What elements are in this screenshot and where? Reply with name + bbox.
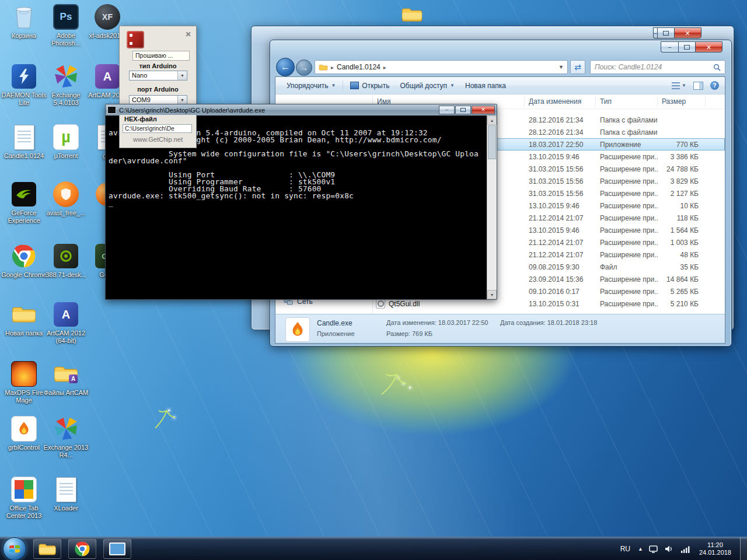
hidden-icons-chevron-icon[interactable]: ▲	[638, 546, 643, 552]
command-toolbar: Упорядочить▼ Открыть Общий доступ▼ Новая…	[275, 77, 725, 94]
file-date: 31.03.2015 15:56	[525, 177, 596, 186]
views-button[interactable]: ▼	[672, 82, 686, 89]
maximize-button[interactable]	[455, 106, 471, 114]
artcam-glyph: A	[103, 70, 111, 83]
desktop-icon-label: 388.71-desk...	[42, 271, 90, 279]
maximize-icon	[684, 45, 690, 50]
nvidia-icon	[42, 243, 90, 270]
console-scrollbar[interactable]: ▲ ▼	[487, 116, 497, 299]
desktop-icon-recycle-bin[interactable]: Корзина	[0, 4, 48, 40]
file-size: 118 КБ	[658, 214, 706, 222]
details-created: Дата создания: 18.01.2018 23:18	[500, 319, 597, 326]
desktop-icon-candle[interactable]: Candle1.0124	[0, 124, 48, 160]
desktop-icon-daemon-tools[interactable]: DAEMON Tools Lite	[0, 63, 48, 107]
photoshop-glyph: Ps	[60, 11, 72, 23]
minimize-button[interactable]: –	[439, 106, 455, 114]
taskbar-chrome-button[interactable]	[68, 539, 96, 559]
back-arrow-icon: ←	[281, 62, 290, 72]
window-caption-buttons: – ✕	[653, 27, 701, 38]
scrollbar-thumb[interactable]	[488, 125, 496, 159]
chevron-down-icon: ▼	[682, 83, 686, 88]
address-bar[interactable]: ▸ Candle1.0124 ▸ ▼	[315, 60, 568, 74]
gear-icon	[378, 300, 384, 307]
desktop-icon-exchange54[interactable]: Exchange 5.4.0103	[42, 63, 90, 107]
organize-button[interactable]: Упорядочить▼	[281, 80, 341, 92]
desktop-icon-avast[interactable]: avast_free_...	[42, 181, 90, 217]
desktop-icon-folder-top[interactable]	[390, 1, 434, 28]
file-size: 770 КБ	[658, 141, 706, 149]
chevron-down-icon: ▼	[331, 83, 336, 88]
desktop-icon-nvidia-driver[interactable]: 388.71-desk...	[42, 243, 90, 279]
file-date: 13.10.2015 0:31	[525, 300, 596, 308]
explorer-folder-icon	[38, 542, 57, 556]
getchip-link[interactable]: www.GetChip.net	[120, 136, 196, 143]
desktop-icon-artcam-files[interactable]: A Файлы ArtCAM	[42, 360, 90, 397]
show-desktop-button[interactable]	[740, 537, 747, 560]
scroll-up-icon[interactable]: ▲	[487, 116, 497, 125]
file-date: 31.03.2015 15:56	[525, 190, 596, 198]
file-type: Расширение при...	[596, 239, 658, 247]
desktop-icon-new-folder[interactable]: Новая папка	[0, 301, 48, 337]
action-center-icon[interactable]	[648, 544, 659, 554]
desktop-icon-exchange2013[interactable]: Exchange 2013 R4...	[42, 415, 90, 459]
desktop-icon-photoshop[interactable]: Ps Adobe Photosh...	[42, 4, 90, 47]
windows-logo-icon	[9, 543, 20, 555]
column-header-modified[interactable]: Дата изменения	[525, 96, 596, 107]
close-button[interactable]: ✕	[674, 27, 701, 38]
minimize-button[interactable]: –	[661, 41, 678, 52]
close-icon: ✕	[481, 107, 486, 113]
arduino-type-select[interactable]: Nano ▼	[129, 71, 187, 80]
close-button[interactable]: ✕	[695, 41, 722, 52]
office-tab-icon	[0, 476, 48, 503]
open-button[interactable]: Открыть	[345, 80, 395, 92]
desktop-icon-xloader[interactable]: XLoader	[42, 476, 90, 512]
console-title-bar[interactable]: C:\Users\grinch\Desktop\GC Uploader\avrd…	[106, 104, 497, 116]
organize-label: Упорядочить	[287, 82, 328, 90]
maximize-button[interactable]	[678, 41, 695, 52]
network-icon[interactable]	[680, 544, 690, 554]
desktop-icon-office-tab[interactable]: Office Tab Center 2013	[0, 476, 48, 520]
desktop-icon-label: grblControl	[0, 444, 48, 452]
address-dropdown-icon[interactable]: ▼	[558, 64, 564, 70]
scroll-down-icon[interactable]: ▼	[487, 290, 497, 299]
column-header-size[interactable]: Размер	[658, 96, 706, 107]
start-button[interactable]	[3, 537, 26, 560]
forward-button[interactable]: →	[296, 60, 312, 76]
share-button[interactable]: Общий доступ▼	[395, 80, 460, 92]
new-folder-button[interactable]: Новая папка	[460, 80, 511, 92]
maximize-button[interactable]	[657, 27, 674, 38]
desktop-icon-artcam2012[interactable]: A ArtCAM 2012 (64-bit)	[42, 301, 90, 345]
desktop-icon-grblcontrol[interactable]: grblControl	[0, 415, 48, 452]
desktop-icon-utorrent[interactable]: µ µTorrent	[42, 124, 90, 160]
taskbar-explorer-button[interactable]	[33, 539, 61, 559]
exchange-icon	[42, 63, 90, 90]
search-box[interactable]: Поиск: Candle1.0124	[590, 60, 725, 74]
preview-pane-button[interactable]	[693, 82, 703, 90]
taskbar-clock[interactable]: 11:20 24.01.2018	[696, 541, 735, 556]
desktop-icon-maxdps[interactable]: MaxDPS Fire Mage	[0, 360, 48, 404]
help-button[interactable]: ?	[710, 81, 719, 90]
file-size: 10 КБ	[658, 202, 706, 210]
refresh-button[interactable]: ⇄	[570, 60, 585, 74]
language-indicator[interactable]: RU	[618, 544, 633, 554]
close-icon[interactable]: ✕	[184, 30, 193, 39]
photoshop-icon: Ps	[42, 4, 90, 30]
search-placeholder: Поиск: Candle1.0124	[595, 63, 662, 71]
file-date: 18.03.2017 22:50	[525, 141, 596, 149]
close-button[interactable]: ✕	[472, 106, 495, 114]
desktop-icon-geforce-experience[interactable]: GeForce Experience	[0, 181, 48, 225]
desktop-icon-chrome[interactable]: Google Chrome	[0, 243, 48, 279]
back-button[interactable]: ←	[276, 58, 295, 76]
hex-file-path-field[interactable]: C:\Users\grinch\De	[123, 124, 192, 133]
breadcrumb-arrow-icon: ▸	[331, 64, 334, 71]
volume-icon[interactable]	[664, 544, 675, 554]
maximize-icon	[460, 108, 466, 112]
wallpaper-sparkle	[409, 387, 411, 388]
candle-app-icon	[285, 317, 310, 342]
file-date: 13.10.2015 9:46	[525, 153, 596, 161]
desktop-icon-label: Корзина	[0, 32, 48, 40]
file-size: 48 КБ	[658, 251, 706, 259]
taskbar-app-button[interactable]	[103, 539, 131, 559]
file-type: Расширение при...	[596, 275, 658, 284]
column-header-type[interactable]: Тип	[596, 96, 658, 107]
